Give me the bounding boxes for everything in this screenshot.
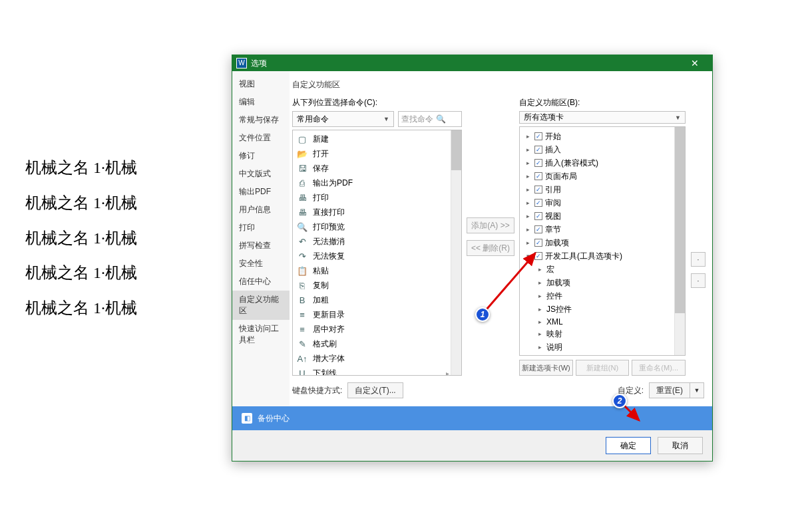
expand-icon[interactable]: ▸: [524, 226, 532, 233]
command-icon: 📋: [297, 266, 307, 276]
command-item[interactable]: ✎格式刷: [293, 336, 461, 351]
command-icon: ≡: [297, 325, 307, 334]
move-up-button[interactable]: ·: [691, 252, 706, 267]
command-icon: ≡: [297, 310, 307, 320]
command-item[interactable]: ⎙输出为PDF: [293, 176, 461, 190]
checkbox[interactable]: ✓: [534, 159, 542, 167]
tree-node[interactable]: ▸✓插入: [521, 143, 684, 156]
command-source-combo[interactable]: 常用命令 ▼: [292, 111, 394, 127]
command-item[interactable]: 🖶直接打印: [293, 205, 461, 219]
expand-icon[interactable]: ▸: [524, 160, 532, 166]
cancel-button[interactable]: 取消: [658, 437, 703, 454]
expand-icon[interactable]: ▸: [536, 331, 544, 337]
background-document: 机械之名 1·机械 机械之名 1·机械 机械之名 1·机械 机械之名 1·机械 …: [25, 150, 137, 326]
reset-button[interactable]: 重置(E): [649, 382, 690, 398]
commands-listbox[interactable]: ▢新建📂打开🖫保存⎙输出为PDF🖶打印🖶直接打印🔍打印预览↶无法撤消↷无法恢复📋…: [292, 130, 462, 376]
checkbox[interactable]: ✓: [534, 225, 542, 233]
sidenav-item[interactable]: 修订: [232, 147, 290, 165]
sidenav-item[interactable]: 常规与保存: [232, 111, 290, 129]
expand-icon[interactable]: ▸: [524, 146, 532, 153]
expand-icon[interactable]: ▸: [536, 344, 544, 350]
scrollbar[interactable]: [451, 130, 461, 375]
tree-node[interactable]: ▸JS控件: [521, 303, 684, 316]
checkbox[interactable]: ✓: [534, 239, 542, 247]
close-icon[interactable]: ✕: [682, 58, 708, 68]
command-item[interactable]: ↶无法撤消: [293, 234, 461, 249]
expand-icon[interactable]: ▸: [524, 186, 532, 193]
checkbox[interactable]: ✓: [534, 132, 542, 140]
expand-icon[interactable]: ▸: [524, 200, 532, 206]
sidenav-item[interactable]: 信任中心: [232, 273, 290, 291]
sidenav-item[interactable]: 安全性: [232, 255, 290, 273]
sidenav-item[interactable]: 编辑: [232, 93, 290, 111]
command-icon: A↑: [297, 354, 307, 364]
sidenav-item[interactable]: 自定义功能区: [232, 291, 290, 320]
command-icon: ⎙: [297, 178, 307, 188]
tree-node[interactable]: ▸✓视图: [521, 209, 684, 223]
search-commands-input[interactable]: 查找命令 🔍: [398, 111, 462, 127]
tree-node[interactable]: ▸✓页面布局: [521, 170, 684, 183]
tree-node[interactable]: ▸✓开始: [521, 130, 684, 143]
sidenav-item[interactable]: 中文版式: [232, 165, 290, 183]
sidenav-item[interactable]: 视图: [232, 75, 290, 93]
add-button[interactable]: 添加(A) >>: [467, 217, 514, 233]
tree-node[interactable]: ▸✓插入(兼容模式): [521, 156, 684, 170]
ok-button[interactable]: 确定: [606, 437, 651, 454]
checkbox[interactable]: ✓: [534, 212, 542, 220]
checkbox[interactable]: ✓: [534, 186, 542, 194]
expand-icon[interactable]: ▸: [524, 133, 532, 140]
tree-node[interactable]: ▸关闭: [521, 354, 684, 356]
checkbox[interactable]: ✓: [534, 146, 542, 154]
command-item[interactable]: 📋粘贴: [293, 263, 461, 278]
tree-node[interactable]: ▸说明: [521, 340, 684, 354]
tree-node[interactable]: ▾✓开发工具(工具选项卡): [521, 249, 684, 263]
tree-node[interactable]: ▸控件: [521, 289, 684, 303]
tree-node[interactable]: ▸✓审阅: [521, 196, 684, 209]
checkbox[interactable]: ✓: [534, 199, 542, 207]
ribbon-tree[interactable]: ▸✓开始▸✓插入▸✓插入(兼容模式)▸✓页面布局▸✓引用▸✓审阅▸✓视图▸✓章节…: [519, 126, 686, 356]
checkbox[interactable]: ✓: [534, 172, 542, 180]
command-item[interactable]: 🖫保存: [293, 161, 461, 176]
tree-node[interactable]: ▸✓加载项: [521, 236, 684, 249]
rename-button[interactable]: 重命名(M)...: [632, 360, 686, 376]
command-item[interactable]: B加粗: [293, 293, 461, 307]
reset-dropdown[interactable]: ▼: [690, 382, 704, 398]
command-item[interactable]: ↷无法恢复: [293, 249, 461, 263]
expand-icon[interactable]: ▸: [524, 173, 532, 180]
tree-node[interactable]: ▸✓引用: [521, 183, 684, 196]
command-item[interactable]: U下划线▸: [293, 366, 461, 375]
command-item[interactable]: ⎘复制: [293, 278, 461, 293]
tree-node[interactable]: ▸映射: [521, 327, 684, 340]
command-item[interactable]: 📂打开: [293, 146, 461, 161]
sidenav-item[interactable]: 用户信息: [232, 201, 290, 219]
command-item[interactable]: 🖶打印: [293, 190, 461, 205]
scrollbar[interactable]: [674, 127, 685, 355]
ribbon-combo[interactable]: 所有选项卡 ▼: [519, 111, 686, 124]
new-group-button[interactable]: 新建组(N): [576, 360, 630, 376]
svg-line-1: [483, 253, 535, 313]
command-item[interactable]: 🔍打印预览: [293, 219, 461, 234]
expand-icon[interactable]: ▸: [524, 213, 532, 219]
customize-shortcut-button[interactable]: 自定义(T)...: [347, 382, 403, 398]
tree-node[interactable]: ▸加载项: [521, 276, 684, 289]
svg-line-3: [624, 406, 639, 420]
command-item[interactable]: A↑增大字体: [293, 351, 461, 366]
move-down-button[interactable]: ·: [691, 273, 706, 288]
command-icon: U: [297, 368, 307, 376]
sidenav-item[interactable]: 快速访问工具栏: [232, 320, 290, 349]
tree-node[interactable]: ▸✓章节: [521, 223, 684, 236]
sidenav-item[interactable]: 拼写检查: [232, 237, 290, 255]
backup-icon: ◧: [242, 413, 252, 424]
keyboard-shortcut-label: 键盘快捷方式:: [292, 385, 342, 396]
command-item[interactable]: ▢新建: [293, 132, 461, 146]
command-item[interactable]: ≡更新目录: [293, 307, 461, 322]
tree-node[interactable]: ▸宏: [521, 263, 684, 276]
callout-1: 1: [475, 307, 490, 322]
sidenav-item[interactable]: 文件位置: [232, 129, 290, 147]
tree-node[interactable]: ▸XML: [521, 316, 684, 327]
sidenav-item[interactable]: 输出PDF: [232, 183, 290, 201]
command-item[interactable]: ≡居中对齐: [293, 322, 461, 336]
sidenav-item[interactable]: 打印: [232, 219, 290, 237]
expand-icon[interactable]: ▸: [524, 239, 532, 246]
new-tab-button[interactable]: 新建选项卡(W): [519, 360, 573, 376]
